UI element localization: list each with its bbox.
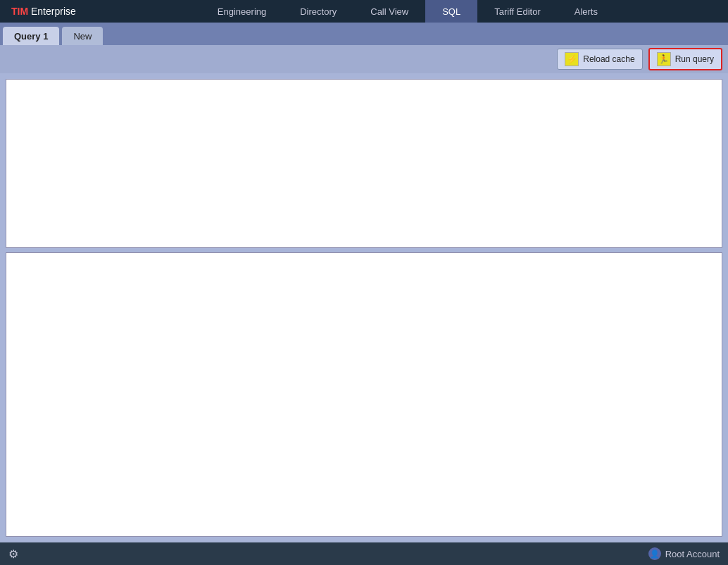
results-area[interactable] [6,252,722,537]
main-content [0,73,728,542]
nav-item-tariff-editor[interactable]: Tariff Editor [477,0,558,23]
nav-item-engineering[interactable]: Engineering [201,0,283,23]
user-label: Root Account [665,549,720,559]
nav-item-alerts[interactable]: Alerts [558,0,615,23]
status-bar: ⚙ 👤 Root Account [0,542,728,565]
reload-cache-button[interactable]: ⚡ Reload cache [557,49,642,70]
nav-item-callview[interactable]: Call View [353,0,425,23]
reload-cache-icon: ⚡ [565,52,579,66]
app-logo: TIM Enterprise [0,6,87,17]
status-left: ⚙ [8,547,18,561]
reload-cache-label: Reload cache [583,54,634,64]
settings-icon[interactable]: ⚙ [8,547,18,561]
top-nav-bar: TIM Enterprise Engineering Directory Cal… [0,0,728,23]
run-query-label: Run query [675,54,714,64]
logo-tim: TIM [11,6,28,17]
toolbar: ⚡ Reload cache 🏃 Run query [0,45,728,73]
run-query-icon: 🏃 [657,52,671,66]
nav-item-sql[interactable]: SQL [425,0,477,23]
tab-query1[interactable]: Query 1 [3,27,59,45]
tab-new[interactable]: New [62,27,103,45]
tab-bar: Query 1 New [0,23,728,45]
nav-item-directory[interactable]: Directory [283,0,353,23]
query-textarea[interactable] [6,79,722,248]
run-query-button[interactable]: 🏃 Run query [648,48,722,70]
logo-enterprise: Enterprise [31,6,76,17]
user-icon: 👤 [648,547,661,560]
status-right: 👤 Root Account [648,547,720,560]
nav-items: Engineering Directory Call View SQL Tari… [87,0,728,23]
